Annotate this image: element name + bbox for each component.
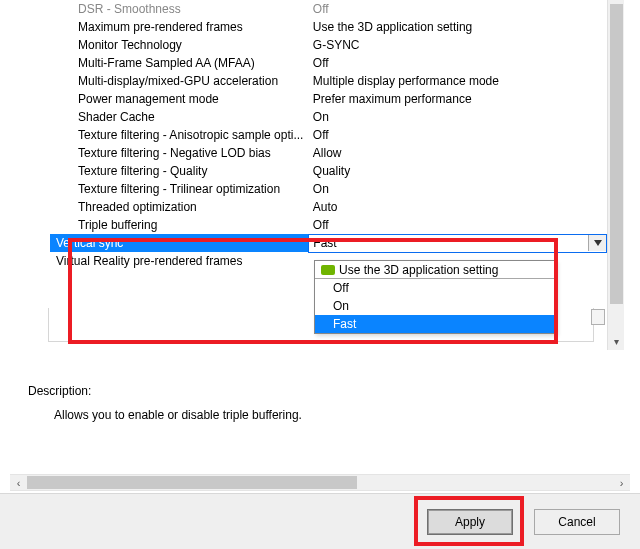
apply-button-label: Apply bbox=[455, 515, 485, 529]
setting-cell: Multiple display performance mode bbox=[309, 72, 607, 90]
vertical-scrollbar-thumb[interactable] bbox=[610, 4, 623, 304]
table-row[interactable]: Multi-display/mixed-GPU accelerationMult… bbox=[50, 72, 607, 90]
dropdown-header-option[interactable]: Use the 3D application setting bbox=[315, 261, 555, 279]
feature-cell: DSR - Smoothness bbox=[50, 0, 309, 18]
scroll-left-icon[interactable]: ‹ bbox=[10, 474, 27, 491]
feature-cell: Shader Cache bbox=[50, 108, 309, 126]
setting-cell: Off bbox=[309, 0, 607, 18]
feature-cell: Multi-display/mixed-GPU acceleration bbox=[50, 72, 309, 90]
dropdown-option[interactable]: Off bbox=[315, 279, 555, 297]
restore-button[interactable] bbox=[591, 309, 605, 325]
apply-button[interactable]: Apply bbox=[427, 509, 513, 535]
feature-cell: Multi-Frame Sampled AA (MFAA) bbox=[50, 54, 309, 72]
description-text: Allows you to enable or disable triple b… bbox=[54, 408, 302, 422]
setting-cell: Quality bbox=[309, 162, 607, 180]
table-row[interactable]: Threaded optimizationAuto bbox=[50, 198, 607, 216]
setting-cell: On bbox=[309, 108, 607, 126]
table-row[interactable]: Power management modePrefer maximum perf… bbox=[50, 90, 607, 108]
table-row[interactable]: Texture filtering - Negative LOD biasAll… bbox=[50, 144, 607, 162]
feature-cell: Threaded optimization bbox=[50, 198, 309, 216]
setting-cell: On bbox=[309, 180, 607, 198]
horizontal-scrollbar-thumb[interactable] bbox=[27, 476, 357, 489]
setting-cell: Allow bbox=[309, 144, 607, 162]
setting-cell: Off bbox=[309, 54, 607, 72]
dropdown-option[interactable]: On bbox=[315, 297, 555, 315]
table-row[interactable]: Shader CacheOn bbox=[50, 108, 607, 126]
table-row[interactable]: Triple bufferingOff bbox=[50, 216, 607, 234]
horizontal-scrollbar[interactable]: ‹ › bbox=[10, 474, 630, 491]
horizontal-scrollbar-track[interactable] bbox=[27, 474, 613, 491]
chevron-down-icon[interactable] bbox=[588, 235, 606, 251]
feature-cell: Virtual Reality pre-rendered frames bbox=[50, 252, 309, 270]
nvidia-logo-icon bbox=[321, 265, 335, 275]
feature-cell: Texture filtering - Quality bbox=[50, 162, 309, 180]
scroll-right-icon[interactable]: › bbox=[613, 474, 630, 491]
setting-value: Fast bbox=[313, 236, 336, 250]
settings-dialog: DSR - SmoothnessOffMaximum pre-rendered … bbox=[0, 0, 640, 549]
description-heading: Description: bbox=[28, 384, 91, 398]
setting-cell: Use the 3D application setting bbox=[309, 18, 607, 36]
table-row[interactable]: Monitor TechnologyG-SYNC bbox=[50, 36, 607, 54]
table-row[interactable]: Maximum pre-rendered framesUse the 3D ap… bbox=[50, 18, 607, 36]
setting-dropdown-cell[interactable]: Fast bbox=[309, 234, 607, 252]
setting-cell: G-SYNC bbox=[309, 36, 607, 54]
feature-cell: Texture filtering - Negative LOD bias bbox=[50, 144, 309, 162]
feature-cell: Vertical sync bbox=[50, 234, 309, 252]
feature-cell: Texture filtering - Anisotropic sample o… bbox=[50, 126, 309, 144]
table-row[interactable]: Texture filtering - Anisotropic sample o… bbox=[50, 126, 607, 144]
vertical-scrollbar[interactable]: ▾ bbox=[607, 0, 624, 350]
table-row[interactable]: Texture filtering - QualityQuality bbox=[50, 162, 607, 180]
feature-cell: Texture filtering - Trilinear optimizati… bbox=[50, 180, 309, 198]
feature-cell: Monitor Technology bbox=[50, 36, 309, 54]
feature-cell: Triple buffering bbox=[50, 216, 309, 234]
setting-cell: Off bbox=[309, 216, 607, 234]
cancel-button-label: Cancel bbox=[558, 515, 595, 529]
table-row[interactable]: Multi-Frame Sampled AA (MFAA)Off bbox=[50, 54, 607, 72]
feature-cell: Maximum pre-rendered frames bbox=[50, 18, 309, 36]
scroll-down-icon[interactable]: ▾ bbox=[608, 333, 625, 350]
dialog-footer: Apply Cancel bbox=[0, 493, 640, 549]
table-row[interactable]: Texture filtering - Trilinear optimizati… bbox=[50, 180, 607, 198]
setting-cell: Auto bbox=[309, 198, 607, 216]
cancel-button[interactable]: Cancel bbox=[534, 509, 620, 535]
feature-cell: Power management mode bbox=[50, 90, 309, 108]
dropdown-option[interactable]: Fast bbox=[315, 315, 555, 333]
setting-cell: Off bbox=[309, 126, 607, 144]
vsync-dropdown[interactable]: Use the 3D application setting OffOnFast bbox=[314, 260, 556, 334]
setting-cell: Prefer maximum performance bbox=[309, 90, 607, 108]
table-row-selected[interactable]: Vertical syncFast bbox=[50, 234, 607, 252]
table-row[interactable]: DSR - SmoothnessOff bbox=[50, 0, 607, 18]
dropdown-header-label: Use the 3D application setting bbox=[339, 263, 498, 277]
